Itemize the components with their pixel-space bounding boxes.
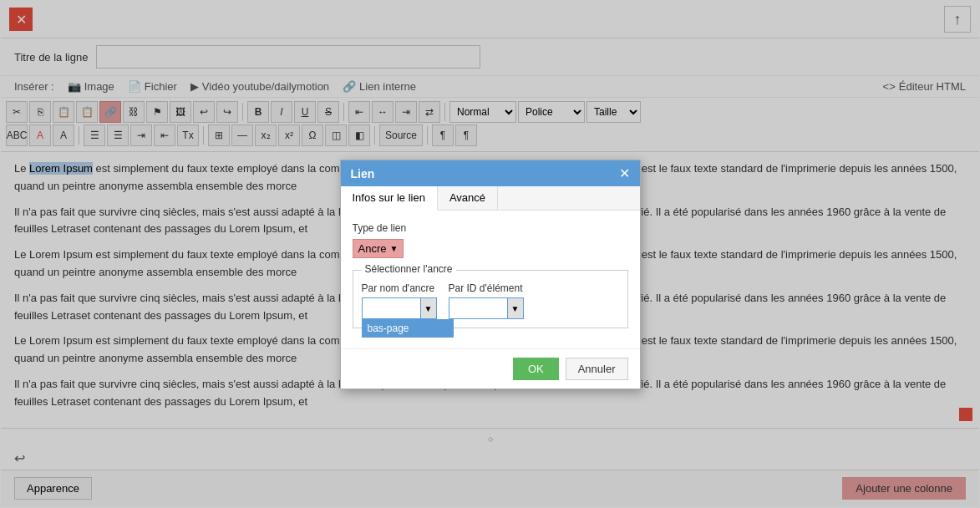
anchor-name-dropdown: bas-page <box>362 319 454 338</box>
anchor-section: Sélectionner l'ancre Par nom d'ancre ▼ b… <box>353 270 628 328</box>
link-type-value: Ancre <box>358 242 387 255</box>
modal-close-button[interactable]: ✕ <box>619 165 630 181</box>
link-type-label: Type de lien <box>353 222 628 234</box>
anchor-id-select-wrapper: ▼ <box>449 297 524 319</box>
anchor-id-dropdown-arrow[interactable]: ▼ <box>507 297 524 319</box>
modal-tabs: Infos sur le lien Avancé <box>341 186 640 211</box>
anchor-fields: Par nom d'ancre ▼ bas-page <box>362 282 619 319</box>
link-type-dropdown: Ancre ▼ <box>353 239 628 258</box>
modal-overlay: Lien ✕ Infos sur le lien Avancé Type de … <box>1 1 979 507</box>
tab-infos-lien[interactable]: Infos sur le lien <box>341 186 438 211</box>
modal-footer: OK Annuler <box>341 348 640 389</box>
anchor-name-dropdown-arrow[interactable]: ▼ <box>420 297 437 319</box>
anchor-section-legend: Sélectionner l'ancre <box>362 263 456 275</box>
cancel-button[interactable]: Annuler <box>566 358 628 380</box>
modal-body: Type de lien Ancre ▼ Sélectionner l'ancr… <box>341 211 640 348</box>
chevron-down-icon: ▼ <box>389 244 398 253</box>
anchor-name-option-bas-page[interactable]: bas-page <box>363 320 453 337</box>
modal-title: Lien <box>351 167 375 180</box>
anchor-id-field: Par ID d'élément ▼ <box>449 282 524 319</box>
link-type-section: Type de lien Ancre ▼ <box>353 222 628 258</box>
modal-header: Lien ✕ <box>341 160 640 186</box>
anchor-id-label: Par ID d'élément <box>449 282 524 294</box>
main-container: ✕ ↑ Titre de la ligne Insérer : 📷 Image … <box>0 0 980 508</box>
link-type-select[interactable]: Ancre ▼ <box>353 239 404 258</box>
anchor-name-select-wrapper: ▼ bas-page <box>362 297 437 319</box>
ok-button[interactable]: OK <box>513 358 559 380</box>
anchor-name-field: Par nom d'ancre ▼ bas-page <box>362 282 437 319</box>
tab-avance[interactable]: Avancé <box>438 186 498 210</box>
modal-dialog: Lien ✕ Infos sur le lien Avancé Type de … <box>340 160 641 389</box>
anchor-name-label: Par nom d'ancre <box>362 282 437 294</box>
